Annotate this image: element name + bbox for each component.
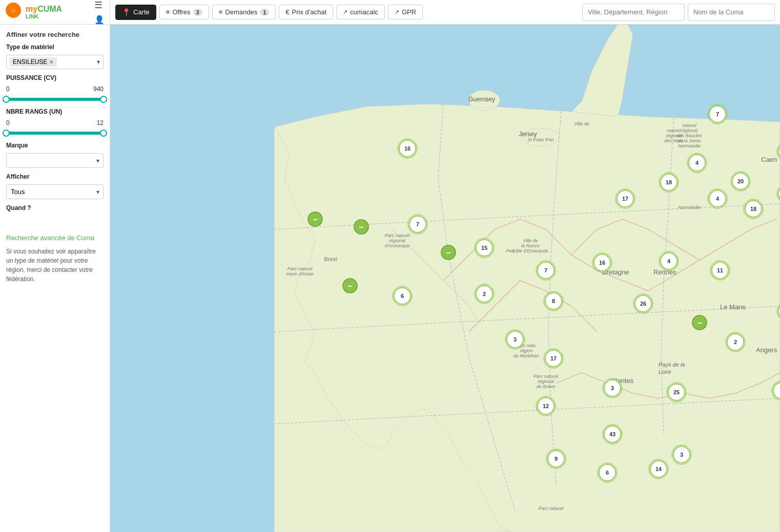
svg-text:43: 43 (609, 431, 615, 437)
puissance-track[interactable] (6, 98, 104, 101)
external-link-icon-cumacalc: ↗ (343, 9, 347, 15)
map-marker[interactable]: 7 (408, 215, 427, 234)
map-marker[interactable]: 2 (475, 284, 494, 304)
logo-area: ○ myCUMA LINK ☰ 👤 (0, 0, 110, 24)
map-marker[interactable]: 18 (659, 173, 679, 192)
map-marker[interactable]: 7 (708, 104, 727, 124)
svg-text:régional: régional (389, 238, 406, 243)
map-marker[interactable]: 4 (687, 153, 707, 173)
marque-select[interactable] (6, 153, 104, 168)
tab-cumacalc[interactable]: ↗ cumacalc (336, 5, 385, 19)
map-marker[interactable]: − (354, 220, 368, 234)
type-materiel-section: Type de matériel ENSILEUSE × ▾ (6, 44, 104, 69)
svg-text:Le Mans: Le Mans (720, 303, 746, 311)
external-link-icon-gpr: ↗ (395, 9, 399, 15)
map-marker[interactable]: 15 (475, 238, 494, 258)
marque-wrapper: ▾ (6, 153, 104, 168)
svg-text:7: 7 (716, 111, 719, 117)
map-marker[interactable]: − (692, 315, 707, 330)
svg-text:naturel: naturel (682, 123, 697, 128)
map-marker[interactable]: 18 (744, 199, 763, 219)
hamburger-icon[interactable]: ☰ (94, 0, 105, 11)
nbre-rangs-track[interactable] (6, 132, 104, 135)
map-marker[interactable]: 25 (667, 382, 686, 402)
map-marker[interactable]: 16 (398, 139, 417, 158)
search-area (582, 4, 775, 21)
map-marker[interactable]: − (441, 245, 456, 260)
svg-text:de la Seine: de la Seine (678, 138, 701, 143)
recherche-avancee-link[interactable]: Recherche avancée de Cuma (6, 234, 104, 242)
svg-text:Ville de: Ville de (574, 121, 589, 126)
offres-badge: 3 (193, 9, 202, 16)
user-icon[interactable]: 👤 (94, 15, 105, 25)
type-materiel-label: Type de matériel (6, 44, 104, 51)
puissance-fill (6, 98, 104, 101)
svg-text:11: 11 (717, 267, 723, 273)
map-marker[interactable]: 17 (544, 349, 563, 368)
svg-text:8: 8 (552, 298, 555, 304)
svg-text:St Peter Port: St Peter Port (527, 137, 554, 142)
tag-close-icon[interactable]: × (49, 58, 53, 66)
map-marker[interactable]: 3 (505, 330, 525, 349)
tab-carte[interactable]: 📍 Carte (115, 5, 156, 20)
svg-text:Côte d'Emeraude: Côte d'Emeraude (512, 248, 548, 253)
svg-text:14: 14 (655, 466, 662, 472)
map-marker[interactable]: 8 (544, 291, 563, 311)
svg-text:−: − (697, 318, 702, 327)
svg-text:du Morbihan: du Morbihan (514, 353, 539, 358)
map-marker[interactable]: 6 (393, 286, 412, 306)
map-marker[interactable]: 3 (603, 378, 622, 398)
map-marker[interactable]: 3 (672, 445, 691, 464)
tab-prix-achat[interactable]: € Prix d'achat (279, 5, 333, 19)
map-marker[interactable]: 4 (708, 189, 727, 208)
type-materiel-input[interactable]: ENSILEUSE × ▾ (6, 55, 104, 69)
svg-text:Guernsey: Guernsey (468, 96, 495, 103)
svg-text:9: 9 (555, 456, 558, 462)
type-materiel-dropdown-icon[interactable]: ▾ (97, 58, 100, 66)
puissance-label: PUISSANCE (CV) (6, 74, 104, 81)
svg-text:7: 7 (544, 267, 547, 273)
map-marker[interactable]: − (343, 279, 357, 293)
svg-text:Parc naturel: Parc naturel (288, 266, 313, 271)
map-marker[interactable]: 43 (603, 424, 622, 444)
map-container[interactable]: Guernsey Jersey St Peter Port Brest Bret… (110, 25, 780, 532)
tab-demandes[interactable]: ≡ Demandes 1 (212, 5, 276, 19)
svg-text:3: 3 (680, 452, 683, 458)
nbre-rangs-thumb-max[interactable] (100, 130, 107, 137)
search-ville-input[interactable] (582, 4, 685, 21)
map-marker[interactable]: 20 (731, 172, 750, 191)
svg-text:4: 4 (695, 160, 699, 166)
map-marker[interactable]: 11 (710, 261, 730, 280)
map-marker[interactable]: 26 (633, 294, 653, 313)
map-marker[interactable]: 17 (615, 189, 635, 208)
svg-text:4: 4 (716, 196, 720, 202)
map-marker[interactable]: 16 (592, 253, 612, 272)
tab-offres[interactable]: ≡ Offres 3 (159, 5, 209, 19)
svg-text:26: 26 (640, 301, 646, 307)
map-marker[interactable]: 12 (536, 396, 556, 416)
afficher-select[interactable]: Tous Offres Demandes (6, 184, 104, 199)
nbre-rangs-max: 12 (97, 119, 104, 126)
quand-section: Quand ? (6, 204, 104, 211)
search-cuma-input[interactable] (688, 4, 775, 21)
puissance-thumb-min[interactable] (3, 96, 10, 103)
svg-text:Ville de: Ville de (523, 238, 538, 243)
svg-text:−: − (347, 282, 352, 290)
map-marker[interactable]: 4 (659, 251, 679, 271)
map-marker[interactable]: 14 (649, 459, 668, 479)
map-marker[interactable]: 2 (726, 332, 745, 352)
map-marker[interactable]: − (308, 212, 322, 226)
nbre-rangs-thumb-min[interactable] (3, 130, 10, 137)
svg-text:20: 20 (737, 178, 744, 184)
svg-text:16: 16 (404, 145, 410, 152)
tab-gpr[interactable]: ↗ GPR (388, 5, 423, 19)
svg-text:Loire: Loire (659, 369, 671, 375)
map-marker[interactable]: 9 (546, 449, 566, 469)
puissance-thumb-max[interactable] (100, 96, 107, 103)
svg-text:18: 18 (750, 206, 756, 212)
sidebar-note: Si vous souhaitez voir apparaître un typ… (6, 247, 104, 284)
svg-text:naturel: naturel (667, 128, 682, 133)
map-marker[interactable]: 6 (598, 463, 617, 482)
map-marker[interactable]: 7 (536, 261, 556, 280)
svg-text:17: 17 (550, 355, 557, 361)
